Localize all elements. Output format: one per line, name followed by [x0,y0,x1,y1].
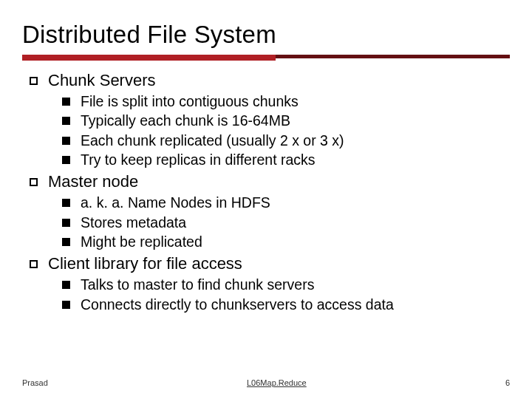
section-heading-text: Client library for file access [48,254,242,273]
list-item: a. k. a. Name Nodes in HDFS [62,193,510,212]
footer-page-number: 6 [505,378,510,387]
section-heading-text: Master node [48,172,138,191]
solid-square-bullet-icon [62,98,70,106]
title-rule [22,55,510,61]
open-square-bullet-icon [30,77,38,85]
list-item: Stores metadata [62,213,510,232]
section-heading: Client library for file access [27,254,510,273]
solid-square-bullet-icon [62,301,70,309]
list-item: File is split into contiguous chunks [62,92,510,111]
section-heading: Master node [27,172,510,191]
list-item-text: Each chunk replicated (usually 2 x or 3 … [81,131,344,150]
solid-square-bullet-icon [62,156,70,164]
list-item-text: Typically each chunk is 16-64MB [81,111,290,130]
section-heading: Chunk Servers [27,71,510,90]
list-item: Try to keep replicas in different racks [62,150,510,169]
list-item: Typically each chunk is 16-64MB [62,111,510,130]
slide-footer: Prasad L06Map.Reduce 6 [0,378,532,387]
list-item-text: a. k. a. Name Nodes in HDFS [81,193,270,212]
list-item-text: Connects directly to chunkservers to acc… [81,295,394,314]
slide-title: Distributed File System [22,21,510,49]
solid-square-bullet-icon [62,238,70,246]
list-item-text: File is split into contiguous chunks [81,92,299,111]
solid-square-bullet-icon [62,137,70,145]
open-square-bullet-icon [30,260,38,268]
list-item-text: Might be replicated [81,232,202,251]
solid-square-bullet-icon [62,281,70,289]
list-item-text: Talks to master to find chunk servers [81,275,314,294]
section-heading-text: Chunk Servers [48,71,156,90]
list-item: Talks to master to find chunk servers [62,275,510,294]
slide-body: Chunk Servers File is split into contigu… [22,71,510,314]
solid-square-bullet-icon [62,199,70,207]
footer-author: Prasad [22,378,48,387]
open-square-bullet-icon [30,178,38,186]
solid-square-bullet-icon [62,219,70,227]
list-item-text: Stores metadata [81,213,186,232]
list-item: Connects directly to chunkservers to acc… [62,295,510,314]
list-item: Might be replicated [62,232,510,251]
solid-square-bullet-icon [62,117,70,125]
list-item-text: Try to keep replicas in different racks [81,150,316,169]
footer-lecture: L06Map.Reduce [48,378,505,387]
list-item: Each chunk replicated (usually 2 x or 3 … [62,131,510,150]
